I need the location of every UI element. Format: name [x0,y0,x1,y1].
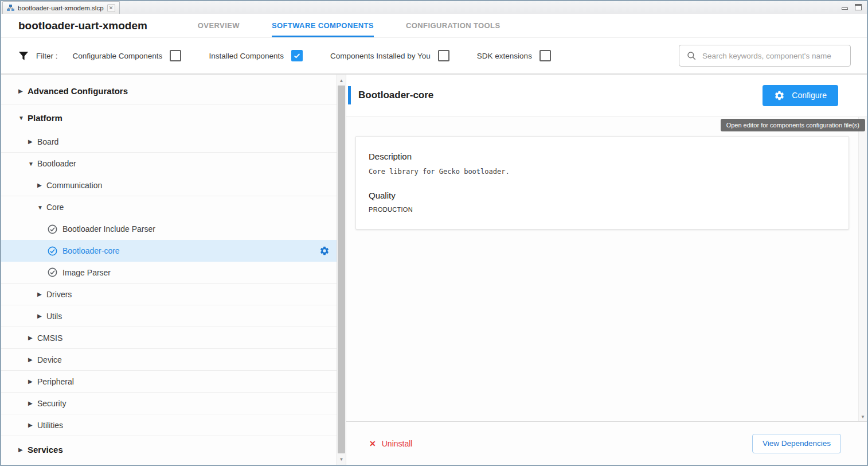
tab-software-components[interactable]: SOFTWARE COMPONENTS [272,14,374,37]
filter-group-configurable-components: Configurable Components [73,50,182,61]
expand-arrow-icon[interactable]: ▶ [28,422,37,428]
filter-checkbox-installed-components[interactable] [291,50,303,61]
tree-item-bootloader-core[interactable]: Bootloader-core [1,240,337,262]
tree-item-label: Peripheral [37,377,74,386]
tree-item-platform[interactable]: ▼Platform [1,104,337,131]
tree-item-services[interactable]: ▶Services [1,436,337,463]
tree-item-label: Utils [46,312,62,321]
tree-item-image-parser[interactable]: Image Parser [1,262,337,284]
tree-item-label: Board [37,137,58,146]
expand-arrow-icon[interactable]: ▶ [28,335,37,341]
tree-item-label: Device [37,355,62,364]
slcp-file-icon [7,5,14,11]
component-title: Bootloader-core [358,90,433,101]
tree-item-label: CMSIS [37,333,62,343]
tree-item-advanced-configurators[interactable]: ▶Advanced Configurators [1,78,337,104]
detail-footer: ✕ Uninstall View Dependencies [346,421,867,465]
tree-item-cmsis[interactable]: ▶CMSIS [1,327,337,349]
tree-item-core[interactable]: ▼Core [1,196,337,218]
configure-tooltip: Open editor for components configuration… [721,119,865,131]
editor-tabstrip: bootloader-uart-xmodem.slcp ✕ [1,1,867,14]
editor-tab-slcp[interactable]: bootloader-uart-xmodem.slcp ✕ [2,1,120,14]
tree-item-drivers[interactable]: ▶Drivers [1,284,337,305]
tree-item-label: Image Parser [62,268,111,277]
installed-check-icon [47,246,58,257]
scroll-down-icon[interactable]: ▼ [337,455,346,464]
tree-item-label: Utilities [37,421,63,430]
quality-value: PRODUCTION [369,206,836,213]
configure-button-label: Configure [792,91,827,100]
installed-check-icon [47,267,58,278]
filter-label: Filter : [36,52,58,60]
search-icon [686,51,697,61]
tree-item-board[interactable]: ▶Board [1,131,337,153]
filter-checkbox-configurable-components[interactable] [170,50,181,61]
collapse-arrow-icon[interactable]: ▼ [28,161,37,167]
view-dependencies-button[interactable]: View Dependencies [752,434,841,453]
tab-configuration-tools[interactable]: CONFIGURATION TOOLS [406,14,501,37]
checkbox-label: Configurable Components [73,52,163,60]
uninstall-label: Uninstall [382,439,413,448]
quality-heading: Quality [369,191,836,200]
expand-arrow-icon[interactable]: ▶ [37,291,46,297]
tree-item-label: Bootloader Include Parser [62,224,155,234]
tree-item-label: Drivers [46,290,72,299]
filter-funnel-icon [18,51,29,61]
collapse-arrow-icon[interactable]: ▼ [18,115,28,121]
checkbox-label: Components Installed by You [330,52,431,60]
tree-item-label: Core [46,203,64,212]
detail-header: Bootloader-core Configure [346,75,867,116]
tree-item-security[interactable]: ▶Security [1,393,337,414]
close-icon[interactable]: ✕ [107,4,115,12]
description-text: Core library for Gecko bootloader. [369,168,836,176]
minimize-icon[interactable] [842,7,848,10]
tree-item-label: Services [28,445,63,455]
collapse-arrow-icon[interactable]: ▼ [37,204,46,211]
checkbox-label: Installed Components [209,52,284,60]
component-tree: ▶Advanced Configurators▼Platform▶Board▼B… [1,75,337,465]
tree-scrollbar[interactable]: ▲ ▼ [337,75,346,465]
uninstall-button[interactable]: ✕ Uninstall [369,439,412,448]
app-window: bootloader-uart-xmodem.slcp ✕ bootloader… [0,0,868,466]
editor-tab-label: bootloader-uart-xmodem.slcp [18,5,104,11]
tree-item-utils[interactable]: ▶Utils [1,305,337,327]
expand-arrow-icon[interactable]: ▶ [28,378,37,385]
search-input[interactable] [702,52,843,60]
component-detail-panel: Bootloader-core Configure Open editor fo… [346,75,867,465]
tree-item-bootloader[interactable]: ▼Bootloader [1,153,337,174]
scrollbar-thumb[interactable] [338,86,345,453]
page-title: bootloader-uart-xmodem [18,20,147,32]
expand-arrow-icon[interactable]: ▶ [28,400,37,406]
expand-arrow-icon[interactable]: ▶ [28,138,37,145]
filter-checkbox-sdk-extensions[interactable] [539,50,551,61]
scroll-down-icon[interactable]: ▼ [859,414,867,420]
expand-arrow-icon[interactable]: ▶ [37,313,46,319]
header-tabs: OVERVIEWSOFTWARE COMPONENTSCONFIGURATION… [198,14,501,37]
installed-check-icon [47,224,58,235]
expand-arrow-icon[interactable]: ▶ [18,446,28,453]
tree-item-label: Advanced Configurators [28,86,128,96]
tree-item-utilities[interactable]: ▶Utilities [1,414,337,436]
tree-item-bootloader-include-parser[interactable]: Bootloader Include Parser [1,218,337,240]
component-info-card: Description Core library for Gecko bootl… [355,136,849,230]
filter-group-installed-components: Installed Components [209,50,303,61]
filter-group-sdk-extensions: SDK extensions [477,50,551,61]
tree-item-communication[interactable]: ▶Communication [1,174,337,196]
scroll-up-icon[interactable]: ▲ [337,76,346,85]
component-gear-icon[interactable] [319,246,330,256]
expand-arrow-icon[interactable]: ▶ [28,356,37,363]
checkbox-label: SDK extensions [477,52,532,60]
tree-item-device[interactable]: ▶Device [1,349,337,371]
expand-arrow-icon[interactable]: ▶ [18,88,28,94]
detail-scrollbar[interactable]: ▼ [858,117,867,421]
configure-button[interactable]: Configure [763,85,838,106]
maximize-icon[interactable] [855,4,862,10]
search-box[interactable] [679,45,851,67]
tab-overview[interactable]: OVERVIEW [198,14,240,37]
expand-arrow-icon[interactable]: ▶ [37,182,46,188]
filter-checkbox-components-installed-by-you[interactable] [438,50,449,61]
tree-item-label: Bootloader-core [62,246,120,255]
tree-item-peripheral[interactable]: ▶Peripheral [1,371,337,393]
filter-bar: Filter : Configurable ComponentsInstalle… [1,38,867,75]
tree-item-label: Security [37,399,67,408]
